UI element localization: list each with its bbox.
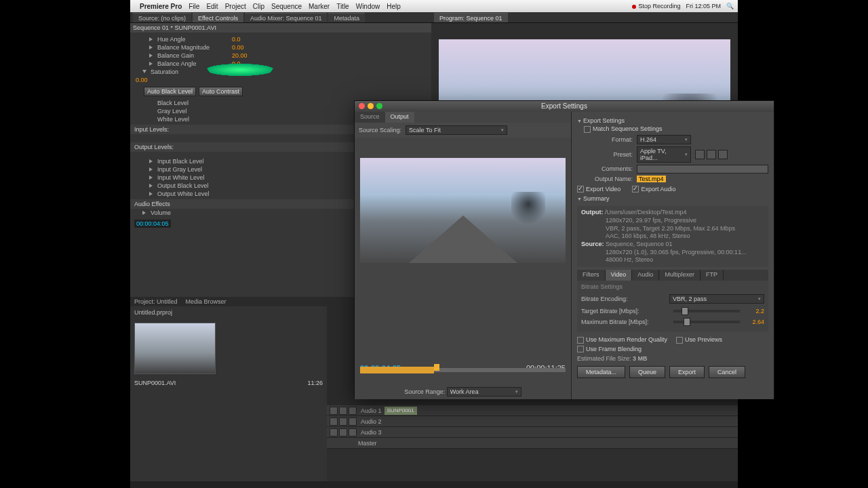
format-dropdown[interactable]: H.264 bbox=[637, 135, 691, 144]
tab-media-browser[interactable]: Media Browser bbox=[182, 298, 231, 305]
menu-file[interactable]: File bbox=[189, 3, 199, 10]
output-black[interactable]: Output Black Level bbox=[157, 182, 232, 189]
output-name-label: Output Name: bbox=[577, 176, 637, 182]
mac-menubar: Premiere Pro File Edit Project Clip Sequ… bbox=[130, 0, 738, 12]
export-audio-checkbox[interactable] bbox=[632, 186, 639, 192]
tab-effect-controls[interactable]: Effect Controls bbox=[193, 13, 243, 22]
zoom-icon[interactable] bbox=[376, 103, 382, 109]
source-scaling-label: Source Scaling: bbox=[359, 127, 401, 134]
tab-output-preview[interactable]: Output bbox=[385, 112, 414, 123]
volume-label[interactable]: Volume bbox=[151, 209, 225, 216]
source-range-label: Source Range: bbox=[404, 388, 445, 395]
hue-wheel-indicator bbox=[206, 64, 274, 76]
tab-source-preview[interactable]: Source bbox=[355, 112, 385, 123]
output-white[interactable]: Output White Level bbox=[157, 190, 232, 197]
spotlight-icon[interactable]: 🔍 bbox=[726, 3, 734, 9]
tab-program[interactable]: Program: Sequence 01 bbox=[434, 13, 508, 22]
target-bitrate-value[interactable]: 2.2 bbox=[744, 308, 764, 314]
import-preset-icon[interactable] bbox=[707, 150, 716, 159]
tab-metadata[interactable]: Metadata bbox=[328, 13, 365, 22]
cancel-button[interactable]: Cancel bbox=[709, 366, 745, 378]
input-black[interactable]: Input Black Level bbox=[157, 158, 232, 165]
tab-video[interactable]: Video bbox=[606, 270, 633, 281]
input-white[interactable]: Input White Level bbox=[157, 174, 232, 181]
menu-window[interactable]: Window bbox=[356, 3, 380, 10]
menu-marker[interactable]: Marker bbox=[309, 3, 330, 10]
max-bitrate-slider[interactable] bbox=[673, 321, 740, 323]
sequence-clip-name: Sequence 01 * SUNP0001.AVI bbox=[130, 23, 431, 33]
clip-thumbnail[interactable] bbox=[134, 323, 216, 374]
match-sequence-label: Match Sequence Settings bbox=[593, 125, 663, 132]
menu-edit[interactable]: Edit bbox=[206, 3, 218, 10]
input-gray[interactable]: Input Gray Level bbox=[157, 166, 232, 173]
comments-input[interactable] bbox=[637, 165, 768, 174]
white-level[interactable]: White Level bbox=[157, 116, 232, 123]
bitrate-encoding-dropdown[interactable]: VBR, 2 pass bbox=[669, 294, 764, 304]
max-bitrate-value[interactable]: 2.64 bbox=[744, 319, 764, 325]
auto-black-level-button[interactable]: Auto Black Level bbox=[144, 87, 196, 96]
summary-box: Output: /Users/user/Desktop/Test.mp4 128… bbox=[577, 206, 768, 267]
project-panel: Project: Untitled Media Browser Untitled… bbox=[130, 297, 327, 481]
project-name: Untitled.prproj bbox=[130, 306, 327, 319]
tab-filters[interactable]: Filters bbox=[577, 270, 606, 281]
est-size-value: 3 MB bbox=[633, 355, 648, 362]
source-scaling-dropdown[interactable]: Scale To Fit bbox=[406, 125, 507, 135]
effect-timecode[interactable]: 00:00:04:05 bbox=[134, 220, 171, 228]
comments-label: Comments: bbox=[577, 165, 637, 172]
tab-project[interactable]: Project: Untitled bbox=[130, 298, 182, 305]
menu-clip[interactable]: Clip bbox=[253, 3, 264, 10]
close-icon[interactable] bbox=[359, 103, 365, 109]
preset-label: Preset: bbox=[577, 151, 637, 158]
export-settings-header: Export Settings bbox=[577, 116, 768, 125]
audio-clip[interactable]: SUNP0001 bbox=[384, 407, 417, 415]
summary-header: Summary bbox=[577, 194, 768, 203]
export-button[interactable]: Export bbox=[669, 366, 705, 378]
status-bar bbox=[130, 481, 738, 488]
tab-ftp[interactable]: FTP bbox=[701, 270, 724, 281]
stop-recording[interactable]: Stop Recording bbox=[632, 3, 680, 9]
tab-audio[interactable]: Audio bbox=[632, 270, 659, 281]
gray-level[interactable]: Gray Level bbox=[157, 108, 232, 115]
clip-duration: 11:26 bbox=[307, 380, 323, 386]
menu-sequence[interactable]: Sequence bbox=[271, 3, 302, 10]
bitrate-encoding-label: Bitrate Encoding: bbox=[581, 296, 669, 302]
preview-scrub-bar[interactable] bbox=[360, 361, 566, 375]
format-label: Format: bbox=[577, 136, 637, 143]
audio-track-3[interactable]: Audio 3 bbox=[327, 427, 738, 438]
menu-title[interactable]: Title bbox=[336, 3, 349, 10]
match-sequence-checkbox[interactable] bbox=[584, 126, 591, 133]
app-name[interactable]: Premiere Pro bbox=[140, 3, 182, 10]
source-range-dropdown[interactable]: Work Area bbox=[447, 387, 521, 396]
bitrate-section-label: Bitrate Settings bbox=[581, 283, 764, 290]
prop-balance-gain[interactable]: Balance Gain bbox=[157, 52, 232, 59]
max-render-quality-checkbox[interactable] bbox=[577, 337, 584, 344]
tab-audio-mixer[interactable]: Audio Mixer: Sequence 01 bbox=[245, 13, 328, 22]
delete-preset-icon[interactable] bbox=[718, 150, 728, 159]
queue-button[interactable]: Queue bbox=[629, 366, 665, 378]
use-previews-checkbox[interactable] bbox=[676, 337, 683, 344]
minimize-icon[interactable] bbox=[368, 103, 374, 109]
menu-project[interactable]: Project bbox=[225, 3, 246, 10]
max-bitrate-label: Maximum Bitrate [Mbps]: bbox=[581, 319, 669, 325]
black-level[interactable]: Black Level bbox=[157, 100, 232, 106]
prop-hue-angle[interactable]: Hue Angle bbox=[157, 36, 232, 43]
save-preset-icon[interactable] bbox=[695, 150, 705, 159]
metadata-button[interactable]: Metadata... bbox=[577, 366, 625, 378]
export-preview bbox=[360, 158, 566, 263]
audio-track-2[interactable]: Audio 2 bbox=[327, 416, 738, 427]
export-video-checkbox[interactable] bbox=[577, 186, 584, 192]
audio-track-1[interactable]: Audio 1SUNP0001 bbox=[327, 405, 738, 416]
menubar-clock: Fri 12:05 PM bbox=[686, 3, 721, 9]
tab-source[interactable]: Source: (no clips) bbox=[133, 13, 191, 22]
frame-blending-checkbox[interactable] bbox=[577, 346, 584, 352]
target-bitrate-slider[interactable] bbox=[673, 310, 740, 312]
master-track[interactable]: Master bbox=[327, 438, 738, 449]
auto-contrast-button[interactable]: Auto Contrast bbox=[199, 87, 243, 96]
menu-help[interactable]: Help bbox=[387, 3, 401, 10]
clip-name[interactable]: SUNP0001.AVI bbox=[134, 380, 176, 386]
output-name-link[interactable]: Test.mp4 bbox=[637, 176, 666, 182]
prop-balance-mag[interactable]: Balance Magnitude bbox=[157, 44, 232, 51]
preset-dropdown[interactable]: Apple TV, iPad... bbox=[637, 146, 691, 163]
tab-multiplexer[interactable]: Multiplexer bbox=[659, 270, 701, 281]
target-bitrate-label: Target Bitrate [Mbps]: bbox=[581, 308, 669, 314]
